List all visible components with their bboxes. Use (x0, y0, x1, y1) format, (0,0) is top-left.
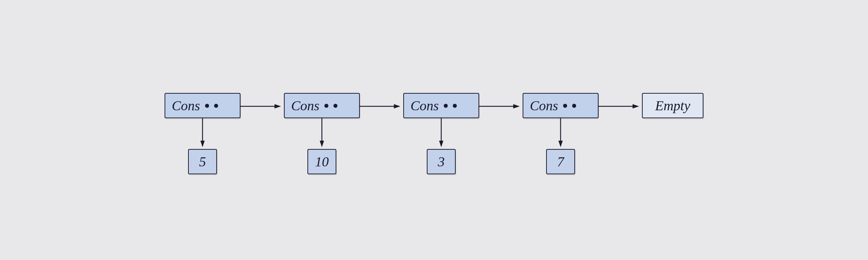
value-box-1: 5 (188, 149, 217, 174)
node-group-3: Cons 3 (403, 93, 479, 174)
empty-label: Empty (655, 98, 690, 114)
h-arrow-1 (241, 99, 284, 114)
h-arrow-svg-2 (360, 99, 403, 114)
dot-left-4 (563, 104, 567, 108)
value-label-1: 5 (199, 154, 206, 170)
value-box-3: 3 (427, 149, 456, 174)
dot-left-3 (444, 104, 448, 108)
v-arrow-svg-1 (197, 118, 208, 149)
svg-marker-3 (275, 104, 281, 108)
linked-list-diagram: Cons 5 Cons (165, 86, 703, 174)
node-group-4: Cons 7 (523, 93, 599, 174)
dot-right-2 (333, 104, 337, 108)
node-group-empty: Empty (642, 93, 703, 118)
node-group-1: Cons 5 (165, 93, 241, 174)
v-arrow-3 (436, 118, 447, 149)
svg-marker-15 (633, 104, 639, 108)
value-label-4: 7 (557, 154, 564, 170)
v-arrow-svg-2 (316, 118, 327, 149)
value-box-4: 7 (546, 149, 575, 174)
h-arrow-2 (360, 99, 403, 114)
value-label-2: 10 (315, 154, 329, 170)
value-box-2: 10 (307, 149, 336, 174)
cons-box-4: Cons (523, 93, 599, 118)
h-arrow-4 (599, 99, 642, 114)
v-arrow-1 (197, 118, 208, 149)
v-arrow-svg-3 (436, 118, 447, 149)
svg-marker-9 (439, 141, 443, 147)
svg-marker-7 (394, 104, 400, 108)
dot-left-2 (324, 104, 328, 108)
node-group-2: Cons 10 (284, 93, 360, 174)
cons-box-2: Cons (284, 93, 360, 118)
dot-right-3 (453, 104, 457, 108)
dot-right-4 (572, 104, 576, 108)
cons-box-1: Cons (165, 93, 241, 118)
cons-label-1: Cons (172, 98, 200, 114)
svg-marker-5 (320, 141, 324, 147)
h-arrow-svg-1 (241, 99, 284, 114)
empty-box: Empty (642, 93, 703, 118)
cons-label-3: Cons (410, 98, 439, 114)
v-arrow-2 (316, 118, 327, 149)
h-arrow-svg-4 (599, 99, 642, 114)
h-arrow-svg-3 (479, 99, 523, 114)
value-label-3: 3 (438, 154, 445, 170)
svg-marker-1 (200, 141, 205, 147)
cons-label-4: Cons (530, 98, 558, 114)
v-arrow-svg-4 (555, 118, 566, 149)
svg-marker-13 (558, 141, 563, 147)
cons-label-2: Cons (291, 98, 319, 114)
svg-marker-11 (513, 104, 520, 108)
v-arrow-4 (555, 118, 566, 149)
cons-box-3: Cons (403, 93, 479, 118)
dot-left-1 (205, 104, 209, 108)
h-arrow-3 (479, 99, 523, 114)
dot-right-1 (214, 104, 218, 108)
